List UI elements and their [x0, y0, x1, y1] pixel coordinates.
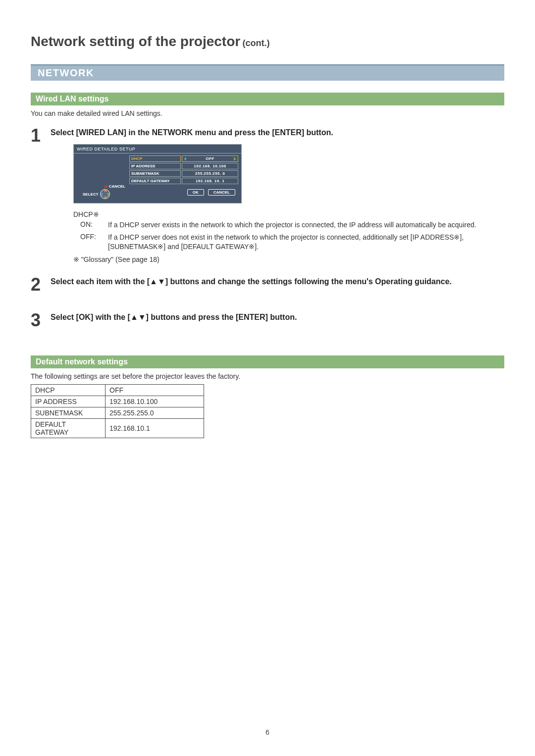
osd-label-dhcp: DHCP	[129, 155, 181, 162]
osd-value-gateway: 192.168. 10. 1	[182, 178, 238, 184]
dhcp-off-text: If a DHCP server does not exist in the n…	[108, 233, 504, 252]
step-3-title: Select [OK] with the [▲▼] buttons and pr…	[51, 313, 504, 322]
page-title-cont: (cont.)	[243, 38, 270, 48]
cell-subnet-label: SUBNETMASK	[31, 407, 106, 418]
wired-lan-intro: You can make detailed wired LAN settings…	[31, 109, 504, 117]
osd-wired-detailed-setup: WIRED DETAILED SETUP CANCEL SELECT	[73, 144, 242, 203]
dhcp-on-row: ON: If a DHCP server exists in the netwo…	[80, 220, 504, 230]
cell-dhcp-label: DHCP	[31, 384, 106, 396]
step-1-number: 1	[31, 125, 51, 263]
osd-select-label: SELECT	[83, 189, 110, 199]
cell-gateway-label: DEFAULT GATEWAY	[31, 418, 106, 438]
osd-label-gateway: DEFAULT GATEWAY	[129, 178, 181, 184]
dpad-icon	[100, 189, 110, 199]
osd-row-subnet: SUBNETMASK 255.255.255. 0	[129, 170, 238, 177]
cell-ip-value: 192.168.10.100	[106, 396, 204, 407]
default-settings-table: DHCP OFF IP ADDRESS 192.168.10.100 SUBNE…	[31, 384, 204, 438]
table-row: SUBNETMASK 255.255.255.0	[31, 407, 204, 418]
table-row: DHCP OFF	[31, 384, 204, 396]
osd-cancel-label: CANCEL	[105, 184, 125, 189]
dhcp-on-text: If a DHCP server exists in the network t…	[108, 220, 504, 230]
page-title-main: Network setting of the projector	[31, 34, 240, 49]
step-2: 2 Select each item with the [▲▼] buttons…	[31, 274, 504, 295]
cell-subnet-value: 255.255.255.0	[106, 407, 204, 418]
step-2-title: Select each item with the [▲▼] buttons a…	[51, 277, 504, 286]
osd-title: WIRED DETAILED SETUP	[74, 145, 241, 153]
osd-value-subnet: 255.255.255. 0	[182, 170, 238, 177]
dhcp-off-row: OFF: If a DHCP server does not exist in …	[80, 233, 504, 252]
osd-value-ip: 192.168. 10.100	[182, 163, 238, 169]
osd-select-text: SELECT	[83, 192, 99, 197]
osd-value-dhcp: OFF	[182, 155, 238, 162]
page-number: 6	[0, 728, 535, 736]
dhcp-on-label: ON:	[80, 220, 108, 230]
step-3: 3 Select [OK] with the [▲▼] buttons and …	[31, 310, 504, 331]
cell-dhcp-value: OFF	[106, 384, 204, 396]
step-3-number: 3	[31, 310, 51, 331]
dhcp-off-label: OFF:	[80, 233, 108, 252]
osd-label-ip: IP ADDRESS	[129, 163, 181, 169]
cell-ip-label: IP ADDRESS	[31, 396, 106, 407]
osd-label-subnet: SUBNETMASK	[129, 170, 181, 177]
step-2-number: 2	[31, 274, 51, 295]
table-row: IP ADDRESS 192.168.10.100	[31, 396, 204, 407]
section-bar-network: NETWORK	[31, 64, 504, 81]
wired-lan-heading: Wired LAN settings	[31, 93, 504, 105]
osd-ok-button: OK	[187, 189, 204, 196]
table-row: DEFAULT GATEWAY 192.168.10.1	[31, 418, 204, 438]
dhcp-heading: DHCP※	[73, 210, 504, 218]
page-title: Network setting of the projector (cont.)	[31, 34, 504, 50]
osd-row-dhcp: DHCP OFF	[129, 155, 238, 162]
step-1: 1 Select [WIRED LAN] in the NETWORK menu…	[31, 125, 504, 263]
osd-row-gateway: DEFAULT GATEWAY 192.168. 10. 1	[129, 178, 238, 184]
cell-gateway-value: 192.168.10.1	[106, 418, 204, 438]
osd-row-ip: IP ADDRESS 192.168. 10.100	[129, 163, 238, 169]
osd-cancel-button: CANCEL	[208, 189, 235, 196]
default-settings-intro: The following settings are set before th…	[31, 372, 504, 380]
step-1-title: Select [WIRED LAN] in the NETWORK menu a…	[51, 128, 504, 137]
glossary-note: ※ "Glossary" (See page 18)	[73, 255, 504, 263]
default-settings-heading: Default network settings	[31, 355, 504, 368]
